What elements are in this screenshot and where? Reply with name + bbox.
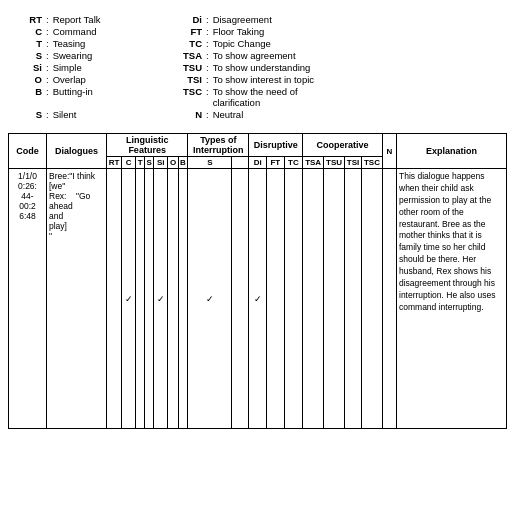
cell-explanation: This dialogue happens when their child a… xyxy=(397,169,507,429)
note-item-s: S : Swearing xyxy=(14,50,174,61)
cell-tc xyxy=(284,169,303,429)
note-value-ft: Floor Taking xyxy=(213,26,265,37)
note-key-ft: FT xyxy=(174,26,202,37)
header-code: Code xyxy=(9,134,47,169)
note-value-n: Neutral xyxy=(213,109,244,120)
note-value-s: Swearing xyxy=(53,50,93,61)
note-item-tc: TC : Topic Change xyxy=(174,38,334,49)
header-n: N xyxy=(383,134,397,169)
cell-rt xyxy=(107,169,122,429)
cell-types2 xyxy=(232,169,249,429)
note-key-si: Si xyxy=(14,62,42,73)
subh-b: B xyxy=(178,157,188,169)
note-value-t: Teasing xyxy=(53,38,86,49)
note-key-tc: TC xyxy=(174,38,202,49)
main-table: Code Dialogues LinguisticFeatures Types … xyxy=(8,133,507,429)
data-row-1: 1/1/00:26:44-00:26:48 Bree:"I think[we"R… xyxy=(9,169,507,429)
note-value-c: Command xyxy=(53,26,97,37)
cell-tsa xyxy=(303,169,324,429)
note-value-tsa: To show agreement xyxy=(213,50,296,61)
subh-o: O xyxy=(168,157,178,169)
subh-tc: TC xyxy=(284,157,303,169)
note-value-tsc: To show the need of clarification xyxy=(213,86,334,108)
subh-ft: FT xyxy=(267,157,284,169)
note-value-rt: Report Talk xyxy=(53,14,101,25)
cell-s1 xyxy=(145,169,154,429)
note-value-b: Butting-in xyxy=(53,86,93,97)
header-explanation: Explanation xyxy=(397,134,507,169)
cell-o xyxy=(168,169,178,429)
subh-c: C xyxy=(122,157,136,169)
subh-tsi: TSI xyxy=(344,157,361,169)
subh-s2: S xyxy=(188,157,232,169)
subh-tsu: TSU xyxy=(324,157,345,169)
note-value-di: Disagreement xyxy=(213,14,272,25)
note-item-tsu: TSU : To show understanding xyxy=(174,62,334,73)
cell-dialogue: Bree:"I think[we"Rex: "Goaheadandplay]" xyxy=(47,169,107,429)
cell-tsu xyxy=(324,169,345,429)
note-value-tsu: To show understanding xyxy=(213,62,311,73)
subh-types2 xyxy=(232,157,249,169)
note-key-o: O xyxy=(14,74,42,85)
header-linguistic: LinguisticFeatures xyxy=(107,134,188,157)
note-key-di: Di xyxy=(174,14,202,25)
note-item-si: Si : Simple xyxy=(14,62,174,73)
notes-grid: RT : Report Talk Di : Disagreement C : C… xyxy=(14,14,501,120)
notes-section: RT : Report Talk Di : Disagreement C : C… xyxy=(8,8,507,127)
note-key-tsc: TSC xyxy=(174,86,202,97)
subh-rt: RT xyxy=(107,157,122,169)
note-item-c: C : Command xyxy=(14,26,174,37)
note-key-b: B xyxy=(14,86,42,97)
header-dialogues: Dialogues xyxy=(47,134,107,169)
cell-c: ✓ xyxy=(122,169,136,429)
note-key-tsi: TSI xyxy=(174,74,202,85)
subh-tsc: TSC xyxy=(361,157,382,169)
note-item-ft: FT : Floor Taking xyxy=(174,26,334,37)
cell-b xyxy=(178,169,188,429)
note-item-t: T : Teasing xyxy=(14,38,174,49)
subh-tsa: TSA xyxy=(303,157,324,169)
note-key-s: S xyxy=(14,50,42,61)
note-item-tsa: TSA : To show agreement xyxy=(174,50,334,61)
cell-n xyxy=(383,169,397,429)
header-types: Types ofInterruption xyxy=(188,134,249,157)
note-key-t: T xyxy=(14,38,42,49)
cell-t xyxy=(136,169,145,429)
header-row-1: Code Dialogues LinguisticFeatures Types … xyxy=(9,134,507,157)
cell-ft xyxy=(267,169,284,429)
note-item-tsi: TSI : To show interest in topic xyxy=(174,74,334,85)
subh-si: Si xyxy=(154,157,168,169)
note-item-n: N : Neutral xyxy=(174,109,334,120)
header-disruptive: Disruptive xyxy=(249,134,303,157)
note-key-n: N xyxy=(174,109,202,120)
cell-si: ✓ xyxy=(154,169,168,429)
note-key-c: C xyxy=(14,26,42,37)
subh-s1: S xyxy=(145,157,154,169)
cell-di: ✓ xyxy=(249,169,267,429)
note-key-tsu: TSU xyxy=(174,62,202,73)
note-key-rt: RT xyxy=(14,14,42,25)
header-cooperative: Cooperative xyxy=(303,134,383,157)
subh-di: Di xyxy=(249,157,267,169)
note-value-si: Simple xyxy=(53,62,82,73)
note-item-b: B : Butting-in xyxy=(14,86,174,108)
note-key-tsa: TSA xyxy=(174,50,202,61)
note-item-o: O : Overlap xyxy=(14,74,174,85)
subh-t: T xyxy=(136,157,145,169)
note-value-tsi: To show interest in topic xyxy=(213,74,314,85)
note-item-tsc: TSC : To show the need of clarification xyxy=(174,86,334,108)
note-key-silent: S xyxy=(14,109,42,120)
cell-code: 1/1/00:26:44-00:26:48 xyxy=(9,169,47,429)
note-value-tc: Topic Change xyxy=(213,38,271,49)
note-value-o: Overlap xyxy=(53,74,86,85)
note-value-silent: Silent xyxy=(53,109,77,120)
cell-tsc xyxy=(361,169,382,429)
cell-tsi xyxy=(344,169,361,429)
note-item-silent: S : Silent xyxy=(14,109,174,120)
note-item-di: Di : Disagreement xyxy=(174,14,334,25)
cell-s2: ✓ xyxy=(188,169,232,429)
note-item-rt: RT : Report Talk xyxy=(14,14,174,25)
